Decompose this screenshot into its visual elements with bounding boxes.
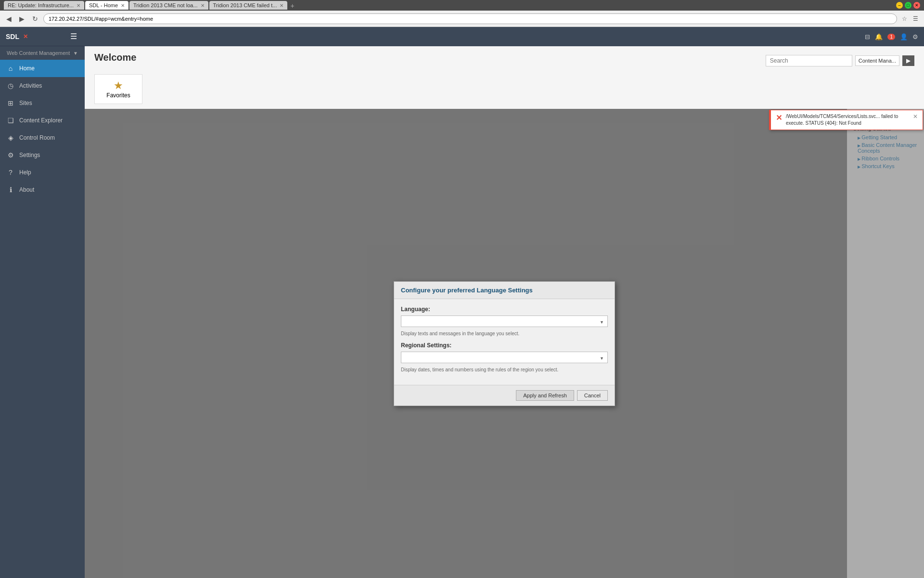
- error-close-button[interactable]: ✕: [913, 113, 918, 120]
- language-label: Language:: [401, 306, 608, 313]
- apply-refresh-button[interactable]: Apply and Refresh: [516, 390, 574, 401]
- refresh-button[interactable]: ↻: [30, 14, 40, 24]
- sidebar-item-home[interactable]: ⌂ Home: [0, 60, 85, 77]
- sidebar-item-activities[interactable]: ◷ Activities: [0, 77, 85, 94]
- search-context-selector[interactable]: Content Mana...: [855, 55, 899, 66]
- app-container: SDL ✕ ☰ Web Content Management ▼ ⌂ Home …: [0, 27, 924, 578]
- error-icon: ✕: [776, 113, 782, 122]
- regional-select[interactable]: [401, 352, 608, 363]
- control-room-icon: ◈: [7, 134, 14, 142]
- filter-icon[interactable]: ⊟: [865, 33, 870, 40]
- notification-icon[interactable]: 🔔: [875, 33, 883, 40]
- sidebar-item-help[interactable]: ? Help: [0, 164, 85, 181]
- browser-tab-1[interactable]: RE: Update: Infrastructure... ✕: [4, 1, 84, 10]
- browser-tab-2[interactable]: SDL - Home ✕: [85, 1, 128, 10]
- modal-overlay: Configure your preferred Language Settin…: [85, 109, 924, 578]
- sidebar-logo: SDL ✕ ☰: [0, 27, 85, 46]
- favorites-tab[interactable]: ★ Favorites: [94, 74, 142, 104]
- regional-hint: Display dates, times and numbers using t…: [401, 367, 608, 372]
- regional-select-wrap: [401, 352, 608, 365]
- favorites-label: Favorites: [106, 92, 130, 99]
- search-input[interactable]: [766, 55, 852, 66]
- sidebar-item-settings[interactable]: ⚙ Settings: [0, 146, 85, 164]
- language-select-wrap: [401, 315, 608, 329]
- language-hint: Display texts and messages in the langua…: [401, 331, 608, 336]
- dialog-title: Configure your preferred Language Settin…: [394, 282, 615, 299]
- maximize-button[interactable]: □: [905, 2, 911, 9]
- sidebar-section-label: Web Content Management: [7, 50, 73, 56]
- menu-button[interactable]: ☰: [911, 14, 920, 23]
- language-settings-dialog: Configure your preferred Language Settin…: [394, 281, 615, 406]
- body-area: Quick Links Getting Started Getting Star…: [85, 109, 924, 578]
- sites-icon: ⊞: [7, 99, 14, 107]
- settings-icon: ⚙: [7, 151, 14, 159]
- sidebar-item-home-label: Home: [19, 65, 35, 72]
- regional-label: Regional Settings:: [401, 342, 608, 349]
- favorites-area: ★ Favorites: [85, 69, 924, 109]
- dialog-body: Language: Display texts and messages in …: [394, 299, 615, 385]
- sidebar-item-sites-label: Sites: [19, 100, 32, 106]
- hamburger-button[interactable]: ☰: [68, 31, 79, 42]
- browser-tab-4[interactable]: Tridion 2013 CME failed t... ✕: [209, 1, 288, 10]
- address-bar[interactable]: [43, 13, 897, 24]
- logo-icon: ✕: [23, 33, 28, 40]
- content-explorer-icon: ❑: [7, 117, 14, 124]
- error-notification: ✕ /WebUI/Models/TCMS4/Services/Lists.svc…: [769, 110, 923, 130]
- chevron-down-icon: ▼: [73, 51, 78, 56]
- notification-badge: 1: [887, 34, 895, 40]
- bookmark-button[interactable]: ☆: [900, 14, 909, 23]
- logo-text: SDL: [6, 33, 19, 40]
- sidebar-item-about-label: About: [19, 186, 34, 193]
- sidebar: SDL ✕ ☰ Web Content Management ▼ ⌂ Home …: [0, 27, 85, 578]
- browser-titlebar: RE: Update: Infrastructure... ✕ SDL - Ho…: [0, 0, 924, 11]
- error-text: /WebUI/Models/TCMS4/Services/Lists.svc..…: [786, 113, 909, 127]
- language-select[interactable]: [401, 315, 608, 327]
- topbar: ⊟ 🔔 1 👤 ⚙: [85, 27, 924, 46]
- forward-button[interactable]: ▶: [17, 14, 27, 24]
- browser-tab-3[interactable]: Tridion 2013 CME not loa... ✕: [129, 1, 208, 10]
- minimize-button[interactable]: –: [896, 2, 903, 9]
- close-window-button[interactable]: ✕: [913, 2, 920, 9]
- home-icon: ⌂: [7, 65, 14, 72]
- activities-icon: ◷: [7, 82, 14, 90]
- tab-close-2[interactable]: ✕: [121, 3, 125, 8]
- dialog-footer: Apply and Refresh Cancel: [394, 385, 615, 406]
- main-content: ⊟ 🔔 1 👤 ⚙ Welcome Content Mana... ▶ ★ Fa…: [85, 27, 924, 578]
- browser-controls: ◀ ▶ ↻ ☆ ☰: [0, 11, 924, 27]
- cancel-button[interactable]: Cancel: [577, 390, 608, 401]
- sidebar-item-help-label: Help: [19, 169, 31, 176]
- sidebar-item-settings-label: Settings: [19, 152, 40, 158]
- tab-close-4[interactable]: ✕: [280, 3, 283, 8]
- content-header: Welcome Content Mana... ▶: [85, 46, 924, 69]
- user-icon[interactable]: 👤: [900, 33, 908, 40]
- sidebar-item-sites[interactable]: ⊞ Sites: [0, 94, 85, 112]
- new-tab-button[interactable]: +: [288, 2, 296, 10]
- tab-close-1[interactable]: ✕: [77, 3, 80, 8]
- back-button[interactable]: ◀: [4, 14, 14, 24]
- search-bar: Content Mana... ▶: [766, 52, 914, 69]
- sidebar-item-content-explorer-label: Content Explorer: [19, 117, 63, 124]
- search-button[interactable]: ▶: [902, 55, 914, 66]
- sidebar-item-control-room[interactable]: ◈ Control Room: [0, 129, 85, 146]
- sidebar-item-control-room-label: Control Room: [19, 134, 55, 141]
- welcome-title: Welcome: [94, 52, 136, 63]
- browser-chrome: RE: Update: Infrastructure... ✕ SDL - Ho…: [0, 0, 924, 27]
- tab-close-3[interactable]: ✕: [201, 3, 205, 8]
- sidebar-item-activities-label: Activities: [19, 82, 42, 89]
- sidebar-item-content-explorer[interactable]: ❑ Content Explorer: [0, 112, 85, 129]
- help-icon: ?: [7, 169, 14, 176]
- sidebar-item-about[interactable]: ℹ About: [0, 181, 85, 198]
- about-icon: ℹ: [7, 186, 14, 194]
- topbar-settings-icon[interactable]: ⚙: [912, 33, 918, 40]
- favorites-star-icon: ★: [114, 79, 123, 92]
- sidebar-section-wcm[interactable]: Web Content Management ▼: [0, 46, 85, 60]
